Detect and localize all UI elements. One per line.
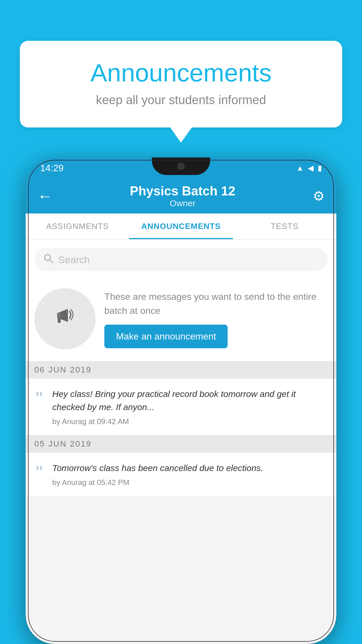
content-area: Search	[26, 240, 336, 496]
promo-right: These are messages you want to send to t…	[104, 290, 328, 348]
bubble-subtitle: keep all your students informed	[43, 93, 319, 107]
status-time: 14:29	[40, 163, 64, 174]
announcement-item-1[interactable]: " Hey class! Bring your practical record…	[26, 379, 336, 435]
speech-bubble-wrapper: Announcements keep all your students inf…	[20, 41, 342, 127]
battery-icon: ▮	[318, 164, 322, 173]
announcement-message-2: Tomorrow's class has been cancelled due …	[52, 461, 328, 475]
megaphone-icon	[52, 303, 78, 335]
app-bar: ← Physics Batch 12 Owner ⚙	[26, 178, 336, 214]
back-button[interactable]: ←	[37, 187, 52, 205]
app-bar-title-area: Physics Batch 12 Owner	[52, 184, 313, 208]
speech-bubble: Announcements keep all your students inf…	[20, 41, 342, 127]
wifi-icon: ▲	[296, 164, 304, 173]
signal-icon: ◀	[308, 164, 314, 173]
quote-icon-1: "	[34, 389, 44, 407]
app-bar-subtitle: Owner	[52, 198, 313, 208]
announcement-message-1: Hey class! Bring your practical record b…	[52, 387, 328, 414]
promo-section: These are messages you want to send to t…	[26, 279, 336, 361]
notch	[152, 158, 210, 175]
tab-assignments[interactable]: ASSIGNMENTS	[26, 214, 129, 239]
phone-screen: 14:29 ▲ ◀ ▮ ← Physics Batch 12 Owner ⚙ A…	[26, 158, 336, 644]
announcement-meta-1: by Anurag at 09:42 AM	[52, 417, 328, 426]
announcement-content-2: Tomorrow's class has been cancelled due …	[52, 461, 328, 487]
date-separator-2: 05 JUN 2019	[26, 435, 336, 453]
svg-line-1	[50, 260, 53, 263]
tab-bar: ASSIGNMENTS ANNOUNCEMENTS TESTS	[26, 214, 336, 240]
promo-icon-circle	[34, 288, 96, 349]
svg-rect-2	[58, 318, 61, 323]
promo-description: These are messages you want to send to t…	[104, 290, 328, 318]
bubble-title: Announcements	[43, 58, 319, 87]
search-icon	[43, 253, 54, 266]
status-icons: ▲ ◀ ▮	[296, 164, 322, 173]
app-bar-title: Physics Batch 12	[52, 184, 313, 198]
make-announcement-button[interactable]: Make an announcement	[104, 325, 228, 348]
tab-tests[interactable]: TESTS	[233, 214, 336, 239]
announcement-meta-2: by Anurag at 05:42 PM	[52, 478, 328, 487]
settings-button[interactable]: ⚙	[313, 188, 325, 204]
camera-dot	[178, 163, 184, 170]
date-separator-1: 06 JUN 2019	[26, 361, 336, 379]
search-bar[interactable]: Search	[34, 248, 328, 271]
quote-icon-2: "	[34, 463, 44, 481]
search-placeholder: Search	[58, 254, 90, 265]
status-bar: 14:29 ▲ ◀ ▮	[26, 158, 336, 178]
announcement-content-1: Hey class! Bring your practical record b…	[52, 387, 328, 426]
tab-announcements[interactable]: ANNOUNCEMENTS	[129, 214, 233, 239]
phone-frame: 14:29 ▲ ◀ ▮ ← Physics Batch 12 Owner ⚙ A…	[26, 158, 336, 644]
announcement-item-2[interactable]: " Tomorrow's class has been cancelled du…	[26, 453, 336, 496]
